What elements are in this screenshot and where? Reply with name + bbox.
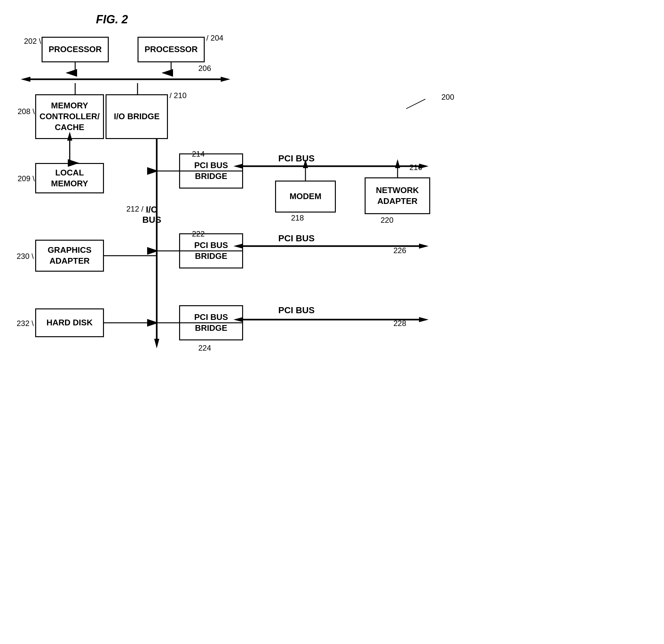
memory-controller-box: MEMORYCONTROLLER/CACHE xyxy=(35,94,104,139)
ref-200: 200 xyxy=(441,93,454,102)
svg-marker-28 xyxy=(419,243,429,249)
io-bus-label: I/OBUS xyxy=(142,205,161,225)
ref-216: 216 xyxy=(409,163,422,172)
svg-marker-8 xyxy=(221,77,230,82)
modem-box: MODEM xyxy=(275,180,336,213)
ref-210: / 210 xyxy=(169,91,186,100)
network-adapter-box: NETWORKADAPTER xyxy=(365,177,430,214)
pci-bus3-label: PCI BUS xyxy=(278,305,315,316)
diagram-container: FIG. 2 200 PROCESSOR 202 \ PROCESSOR / 2… xyxy=(0,0,664,644)
ref-214: 214 xyxy=(192,150,205,158)
pci-bus-bridge2-box: PCI BUSBRIDGE xyxy=(179,233,243,269)
ref-232: 232 \ xyxy=(17,319,34,328)
ref-212: 212 / xyxy=(126,205,143,214)
pci-bus-bridge1-box: PCI BUSBRIDGE xyxy=(179,153,243,189)
ref-208: 208 \ xyxy=(18,107,35,116)
pci-bus1-label: PCI BUS xyxy=(278,153,315,164)
figure-title: FIG. 2 xyxy=(96,13,128,26)
ref-202: 202 \ xyxy=(24,37,41,46)
pci-bus2-label: PCI BUS xyxy=(278,233,315,243)
svg-line-34 xyxy=(406,99,426,109)
ref-226: 226 xyxy=(393,246,406,255)
svg-marker-15 xyxy=(154,339,159,348)
ref-204: / 204 xyxy=(206,34,223,43)
ref-230: 230 \ xyxy=(17,252,34,261)
pci-bus-bridge3-box: PCI BUSBRIDGE xyxy=(179,305,243,340)
ref-218: 218 xyxy=(291,214,304,222)
processor1-box: PROCESSOR xyxy=(42,37,109,62)
graphics-adapter-box: GRAPHICSADAPTER xyxy=(35,240,104,272)
svg-marker-33 xyxy=(419,317,429,322)
ref-222: 222 xyxy=(192,230,205,238)
svg-marker-7 xyxy=(21,77,30,82)
svg-marker-23 xyxy=(395,159,400,168)
ref-224: 224 xyxy=(198,344,211,352)
hard-disk-box: HARD DISK xyxy=(35,308,104,337)
processor2-box: PROCESSOR xyxy=(138,37,205,62)
ref-220: 220 xyxy=(381,216,393,225)
ref-228: 228 xyxy=(393,319,406,328)
io-bridge-box: I/O BRIDGE xyxy=(106,94,168,139)
ref-209: 209 \ xyxy=(18,174,35,183)
local-memory-box: LOCALMEMORY xyxy=(35,163,104,193)
ref-206: 206 xyxy=(198,64,211,73)
